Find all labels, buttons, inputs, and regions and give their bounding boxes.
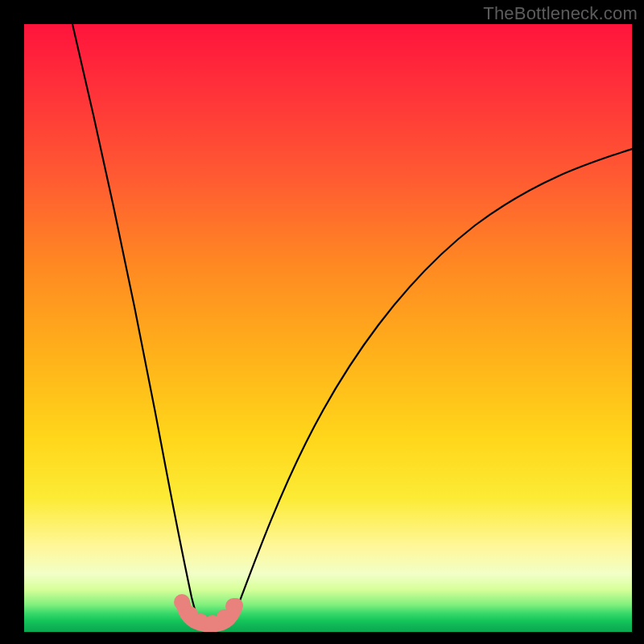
marker-dot <box>204 615 221 631</box>
marker-dot <box>182 606 198 622</box>
marker-dot <box>192 613 208 630</box>
curve-right-branch <box>235 149 632 613</box>
curve-trough <box>197 613 235 628</box>
marker-dot <box>217 609 233 625</box>
marker-dot <box>225 598 242 614</box>
bottom-u-highlight <box>183 602 236 625</box>
watermark-text: TheBottleneck.com <box>483 3 638 24</box>
marker-dot <box>174 594 190 610</box>
chart-svg <box>24 24 632 632</box>
chart-frame: TheBottleneck.com <box>0 0 644 644</box>
plot-area <box>24 24 632 632</box>
curve-left-branch <box>72 24 197 617</box>
